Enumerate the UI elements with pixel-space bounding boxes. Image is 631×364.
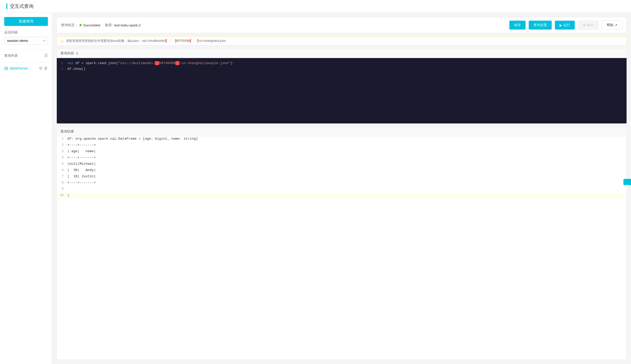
result-lcontent-4: +----+-------+	[67, 155, 627, 160]
session-select[interactable]: session demo	[4, 37, 48, 44]
toolbar: 查询状态： Succeeded 集群: test-baitu-spark-2 保…	[57, 17, 627, 33]
cluster-label: 集群:	[105, 23, 113, 27]
consult-float-button[interactable]: 咨询建议	[623, 179, 631, 185]
status-value: Succeeded	[83, 23, 100, 27]
list-icon[interactable]: ☰	[44, 53, 48, 58]
line-num-2: 2	[57, 67, 67, 71]
status-label: 查询状态：	[61, 23, 78, 27]
result-lcontent-10: |	[67, 193, 627, 198]
dataframes-label: dataframes	[10, 66, 37, 70]
editor-title: 查询内容	[60, 51, 74, 56]
run-icon: ▶	[560, 23, 562, 27]
run-button[interactable]: ▶ 运行	[555, 21, 575, 30]
line-content-2: df.show()	[67, 67, 627, 71]
result-title: 查询结果	[60, 129, 74, 134]
editor-panel-header: 查询内容 ⚙	[57, 49, 627, 58]
cluster-value: test-baitu-spark-2	[114, 23, 141, 27]
result-panel: 查询结果 1 df: org.apache.spark.sql.DataFram…	[57, 127, 627, 360]
sidebar-divider-2	[0, 62, 52, 62]
result-line-10: 10 |	[57, 193, 627, 199]
result-line-2: 2 +----+-------+	[57, 143, 627, 149]
editor-gear-icon[interactable]: ⚙	[76, 52, 79, 55]
result-line-7: 7 | 19| Justin|	[57, 174, 627, 180]
result-code: 1 df: org.apache.spark.sql.DataFrame = […	[57, 136, 627, 199]
result-lcontent-5: |null|Michael|	[67, 161, 627, 166]
result-line-3: 3 | age| name|	[57, 149, 627, 155]
settings-icon[interactable]: ⚙	[39, 66, 42, 71]
result-panel-header: 查询结果	[57, 127, 627, 136]
code-lines: 1 val df = spark.read.json("oss://multim…	[57, 58, 627, 76]
status-dot	[80, 24, 82, 26]
query-settings-button[interactable]: 查询设置	[529, 21, 552, 30]
warning-icon: ⚠	[60, 39, 64, 43]
editor-panel: 查询内容 ⚙ 1 val df = spark.read.json("oss:/…	[57, 49, 627, 124]
result-line-4: 4 +----+-------+	[57, 155, 627, 161]
run-label: 运行	[563, 23, 570, 27]
stop-button[interactable]: ⊘ 停止	[578, 20, 599, 30]
result-lnum-3: 3	[57, 149, 67, 153]
header-accent-bar	[6, 3, 7, 9]
result-lcontent-7: | 19| Justin|	[67, 174, 627, 179]
result-lnum-7: 7	[57, 174, 67, 178]
code-line-1: 1 val df = spark.read.json("oss://multim…	[57, 61, 627, 67]
page-title: 交互式查询	[10, 3, 33, 9]
delete-icon[interactable]: 🗑	[44, 66, 48, 70]
sidebar-divider-1	[0, 50, 52, 50]
result-lcontent-6: | 30| Andy|	[67, 168, 627, 173]
result-lnum-6: 6	[57, 168, 67, 172]
result-line-9: 9	[57, 186, 627, 193]
help-button[interactable]: 帮助 ↗	[602, 20, 622, 30]
dataframes-section: ▤ dataframes ⚙ 🗑	[0, 66, 52, 71]
result-lnum-2: 2	[57, 143, 67, 147]
result-lcontent-3: | age| name|	[67, 149, 627, 154]
query-list-title: 查询列表	[4, 53, 18, 58]
result-lcontent-1: df: org.apache.spark.sql.DataFrame = [ag…	[67, 136, 627, 141]
warning-bar: ⚠ 读取资源管理里面的文件需要添加oss前缀，如a.json：oss://mul…	[57, 36, 627, 46]
result-lcontent-2: +----+-------+	[67, 143, 627, 147]
result-lnum-9: 9	[57, 186, 67, 191]
header: 交互式查询	[0, 0, 631, 13]
new-query-button[interactable]: 新建查询	[4, 17, 48, 26]
result-lines: 1 df: org.apache.spark.sql.DataFrame = […	[57, 136, 627, 199]
line-num-1: 1	[57, 61, 67, 65]
content-area: 查询状态： Succeeded 集群: test-baitu-spark-2 保…	[52, 13, 631, 364]
main-layout: 新建查询 会话列表 session demo 查询列表 ☰ ▤ datafram…	[0, 13, 631, 364]
warning-text: 读取资源管理里面的文件需要添加oss前缀，如a.json：oss://multi…	[66, 39, 226, 43]
warning-redacted-2: ███	[190, 39, 199, 43]
dataframes-icon: ▤	[4, 66, 8, 71]
stop-label: 停止	[587, 23, 594, 27]
save-button[interactable]: 保存	[509, 21, 526, 30]
result-line-5: 5 |null|Michael|	[57, 161, 627, 168]
result-line-6: 6 | 30| Andy|	[57, 168, 627, 174]
session-section-title: 会话列表	[0, 30, 52, 37]
result-line-8: 8 +----+-------+	[57, 180, 627, 186]
result-lcontent-8: +----+-------+	[67, 180, 627, 185]
line-content-1: val df = spark.read.json("oss://multimod…	[67, 61, 627, 65]
result-line-1: 1 df: org.apache.spark.sql.DataFrame = […	[57, 136, 627, 143]
help-label: 帮助	[607, 23, 613, 27]
result-lnum-4: 4	[57, 155, 67, 160]
stop-icon: ⊘	[583, 23, 586, 27]
external-link-icon: ↗	[615, 23, 617, 27]
session-select-wrapper: session demo	[0, 37, 52, 49]
result-lnum-5: 5	[57, 161, 67, 166]
dataframes-item[interactable]: ▤ dataframes ⚙ 🗑	[4, 66, 48, 71]
toolbar-status: 查询状态： Succeeded 集群: test-baitu-spark-2	[61, 23, 506, 27]
result-lnum-1: 1	[57, 136, 67, 141]
query-list-header: 查询列表 ☰	[0, 53, 52, 61]
code-line-2: 2 df.show()	[57, 67, 627, 73]
result-lnum-8: 8	[57, 180, 67, 185]
result-lnum-10: 10	[57, 193, 67, 197]
sidebar: 新建查询 会话列表 session demo 查询列表 ☰ ▤ datafram…	[0, 13, 52, 364]
app-container: 交互式查询 新建查询 会话列表 session demo 查询列表 ☰ ▤ da…	[0, 0, 631, 364]
code-editor[interactable]: 1 val df = spark.read.json("oss://multim…	[57, 58, 627, 123]
warning-redacted-1: ████	[166, 39, 176, 43]
result-lcontent-9	[67, 186, 627, 187]
